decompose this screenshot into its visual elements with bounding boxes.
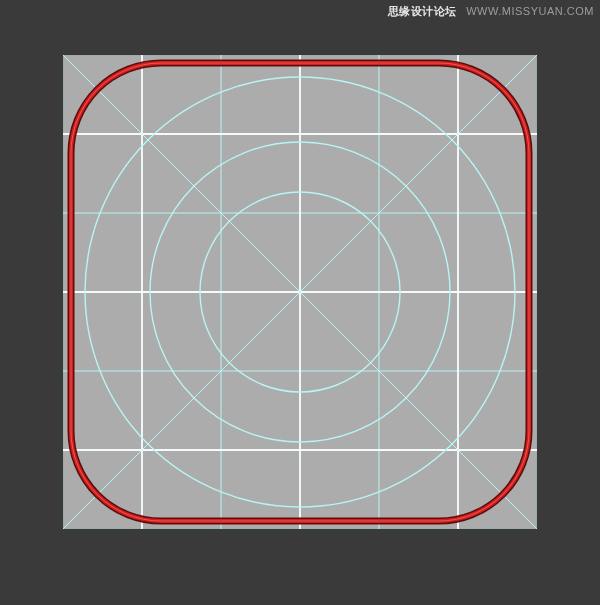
editor-viewport: 思缘设计论坛 WWW.MISSYUAN.COM	[0, 0, 600, 605]
watermark-brand: 思缘设计论坛	[388, 5, 457, 17]
design-canvas-svg	[63, 55, 537, 529]
watermark-url: WWW.MISSYUAN.COM	[466, 5, 594, 17]
artboard[interactable]	[63, 55, 537, 529]
watermark: 思缘设计论坛 WWW.MISSYUAN.COM	[388, 4, 594, 19]
